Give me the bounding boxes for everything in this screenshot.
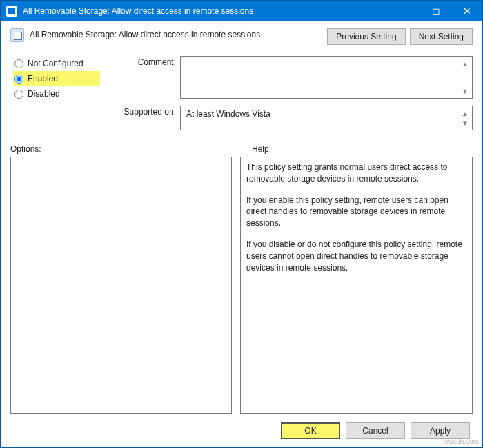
radio-not-configured[interactable]: Not Configured [13, 56, 100, 71]
footer: OK Cancel Apply [10, 414, 473, 442]
radio-not-configured-label: Not Configured [28, 59, 83, 68]
radio-disabled[interactable]: Disabled [13, 86, 100, 101]
nav-buttons: Previous Setting Next Setting [327, 28, 473, 45]
scroll-down-icon[interactable]: ▼ [460, 86, 471, 97]
panes: This policy setting grants normal users … [10, 157, 473, 414]
policy-title: All Removable Storage: Allow direct acce… [30, 28, 260, 39]
radio-disabled-input[interactable] [14, 90, 23, 99]
supported-textarea: At least Windows Vista ▲ ▼ [180, 106, 473, 130]
header-row: All Removable Storage: Allow direct acce… [10, 28, 473, 45]
radio-not-configured-input[interactable] [14, 59, 23, 68]
help-pane: This policy setting grants normal users … [240, 157, 473, 414]
comment-label: Comment: [114, 56, 180, 67]
fields: Comment: ▲ ▼ Supported on: At least Wind… [114, 56, 473, 137]
options-label: Options: [10, 144, 252, 154]
close-button[interactable]: ✕ [451, 1, 482, 21]
comment-textarea[interactable]: ▲ ▼ [180, 56, 473, 99]
cancel-button[interactable]: Cancel [346, 422, 405, 439]
watermark: wsxdn.com [444, 438, 479, 445]
titlebar: All Removable Storage: Allow direct acce… [1, 1, 482, 21]
supported-value: At least Windows Vista [186, 109, 270, 119]
radio-enabled-label: Enabled [28, 74, 58, 84]
app-icon [6, 6, 17, 17]
apply-button[interactable]: Apply [411, 422, 470, 439]
help-text-3: If you disable or do not configure this … [246, 239, 466, 273]
window-title: All Removable Storage: Allow direct acce… [23, 6, 389, 16]
policy-icon [10, 28, 24, 42]
radio-enabled-input[interactable] [14, 75, 23, 84]
state-radios: Not Configured Enabled Disabled [10, 56, 100, 137]
help-text-2: If you enable this policy setting, remot… [246, 195, 466, 229]
pane-labels: Options: Help: [10, 144, 473, 154]
supported-label: Supported on: [114, 106, 180, 117]
supported-row: Supported on: At least Windows Vista ▲ ▼ [114, 106, 473, 130]
comment-row: Comment: ▲ ▼ [114, 56, 473, 99]
scroll-up-icon[interactable]: ▲ [460, 58, 471, 69]
previous-setting-button[interactable]: Previous Setting [327, 28, 405, 45]
options-pane [10, 157, 232, 414]
radio-disabled-label: Disabled [28, 89, 60, 99]
next-setting-button[interactable]: Next Setting [410, 28, 473, 45]
minimize-button[interactable]: – [389, 1, 420, 21]
gpo-policy-dialog: All Removable Storage: Allow direct acce… [0, 0, 483, 448]
settings-row: Not Configured Enabled Disabled Comment:… [10, 56, 473, 137]
radio-enabled[interactable]: Enabled [13, 71, 100, 86]
help-text-1: This policy setting grants normal users … [246, 162, 466, 185]
help-label: Help: [252, 144, 473, 154]
window-buttons: – ◻ ✕ [389, 1, 482, 21]
maximize-button[interactable]: ◻ [420, 1, 451, 21]
ok-button[interactable]: OK [281, 422, 340, 439]
content-area: All Removable Storage: Allow direct acce… [1, 21, 482, 447]
scroll-down-icon[interactable]: ▼ [460, 117, 471, 128]
